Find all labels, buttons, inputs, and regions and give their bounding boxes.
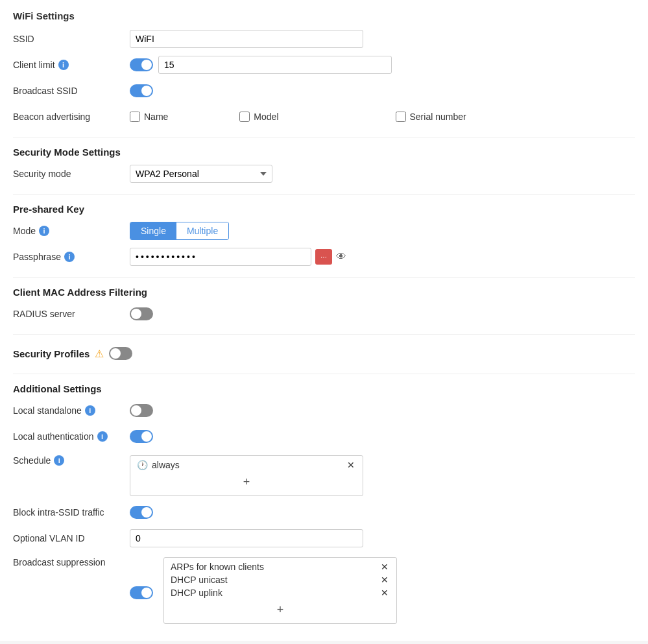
schedule-clock-icon: 🕐 — [137, 460, 148, 470]
suppression-item-0-text: ARPs for known clients — [171, 562, 264, 572]
local-standalone-info-icon[interactable]: i — [85, 405, 95, 416]
beacon-serial-checkbox[interactable] — [396, 112, 406, 122]
beacon-name-checkbox-group[interactable]: Name — [130, 112, 168, 122]
client-limit-value — [130, 56, 635, 74]
broadcast-ssid-toggle[interactable] — [130, 84, 153, 97]
divider-2 — [13, 194, 635, 195]
security-mode-label: Security mode — [13, 169, 130, 179]
block-intra-toggle[interactable] — [130, 506, 153, 519]
radius-row: RADIUS server — [13, 304, 635, 324]
beacon-model-checkbox[interactable] — [239, 112, 250, 122]
broadcast-suppression-value: ARPs for known clients ✕ DHCP unicast ✕ … — [130, 557, 635, 624]
schedule-item-text: always — [152, 460, 180, 470]
local-standalone-row: Local standalone i — [13, 401, 635, 420]
schedule-info-icon[interactable]: i — [54, 455, 64, 466]
divider-1 — [13, 137, 635, 137]
broadcast-suppression-label: Broadcast suppression — [13, 557, 130, 567]
security-mode-row: Security mode WPA2 Personal WPA3 Persona… — [13, 164, 635, 184]
schedule-item: 🕐 always ✕ — [137, 460, 356, 470]
page-title: WiFi Settings — [13, 10, 635, 21]
suppression-item-1-text: DHCP unicast — [171, 575, 228, 585]
security-profiles-row: Security Profiles ⚠ — [13, 344, 635, 363]
local-auth-label: Local authentication i — [13, 431, 130, 442]
schedule-label: Schedule i — [13, 455, 130, 466]
radius-value — [130, 307, 635, 320]
ssid-label: SSID — [13, 34, 130, 44]
mode-single-button[interactable]: Single — [130, 222, 176, 239]
preshared-mode-value: Single Multiple — [130, 222, 635, 240]
suppression-item-1-remove[interactable]: ✕ — [379, 575, 390, 585]
beacon-model-label: Model — [254, 112, 278, 122]
suppression-item-1: DHCP unicast ✕ — [171, 575, 390, 585]
passphrase-input[interactable] — [130, 248, 311, 266]
beacon-name-checkbox[interactable] — [130, 112, 140, 122]
local-auth-info-icon[interactable]: i — [97, 431, 108, 442]
local-auth-toggle[interactable] — [130, 430, 153, 443]
local-standalone-value — [130, 404, 635, 417]
eye-icon[interactable]: 👁 — [336, 251, 346, 263]
mode-multiple-button[interactable]: Multiple — [176, 222, 228, 239]
optional-vlan-row: Optional VLAN ID — [13, 529, 635, 548]
suppression-add-button[interactable]: + — [171, 601, 390, 619]
schedule-add-button[interactable]: + — [137, 473, 356, 492]
local-standalone-label: Local standalone i — [13, 405, 130, 416]
passphrase-info-icon[interactable]: i — [64, 252, 75, 262]
schedule-item-left: 🕐 always — [137, 460, 180, 470]
mode-button-group: Single Multiple — [130, 222, 229, 240]
block-intra-row: Block intra-SSID traffic — [13, 503, 635, 522]
suppression-box: ARPs for known clients ✕ DHCP unicast ✕ … — [163, 557, 397, 624]
suppression-item-2: DHCP uplink ✕ — [171, 588, 390, 598]
mac-filtering-title: Client MAC Address Filtering — [13, 287, 635, 298]
client-limit-row: Client limit i — [13, 55, 635, 75]
security-mode-section: Security Mode Settings Security mode WPA… — [13, 137, 635, 184]
security-profiles-title: Security Profiles — [13, 348, 90, 359]
local-standalone-toggle[interactable] — [130, 404, 153, 417]
schedule-remove-button[interactable]: ✕ — [346, 460, 356, 470]
security-mode-value: WPA2 Personal WPA3 Personal WPA2/WPA3 Pe… — [130, 165, 635, 183]
passphrase-value: ··· 👁 — [130, 248, 635, 266]
preshared-mode-row: Mode i Single Multiple — [13, 221, 635, 241]
schedule-value: 🕐 always ✕ + — [130, 455, 635, 496]
preshared-key-title: Pre-shared Key — [13, 204, 635, 215]
local-auth-value — [130, 430, 635, 443]
suppression-item-2-remove[interactable]: ✕ — [379, 588, 390, 598]
preshared-mode-label: Mode i — [13, 226, 130, 236]
schedule-row: Schedule i 🕐 always ✕ + — [13, 453, 635, 496]
security-mode-select[interactable]: WPA2 Personal WPA3 Personal WPA2/WPA3 Pe… — [130, 165, 272, 183]
beacon-model-checkbox-group[interactable]: Model — [239, 112, 278, 122]
passphrase-row: Passphrase i ··· 👁 — [13, 247, 635, 267]
radius-label: RADIUS server — [13, 309, 130, 319]
block-intra-label: Block intra-SSID traffic — [13, 507, 130, 518]
client-limit-toggle[interactable] — [130, 58, 153, 71]
optional-vlan-label: Optional VLAN ID — [13, 533, 130, 543]
optional-vlan-input[interactable] — [130, 529, 363, 547]
divider-4 — [13, 334, 635, 335]
additional-settings-section: Additional Settings Local standalone i L… — [13, 374, 635, 624]
divider-3 — [13, 277, 635, 278]
suppression-item-0: ARPs for known clients ✕ — [171, 562, 390, 572]
client-limit-info-icon[interactable]: i — [58, 60, 69, 70]
warning-icon: ⚠ — [95, 348, 104, 360]
mac-filtering-section: Client MAC Address Filtering RADIUS serv… — [13, 277, 635, 324]
beacon-serial-label: Serial number — [410, 112, 466, 122]
passphrase-dots-button[interactable]: ··· — [315, 249, 332, 265]
preshared-key-section: Pre-shared Key Mode i Single Multiple Pa… — [13, 194, 635, 267]
ssid-input[interactable] — [130, 30, 363, 48]
client-limit-input[interactable] — [158, 56, 392, 74]
dots-icon: ··· — [320, 252, 327, 261]
mode-info-icon[interactable]: i — [39, 226, 49, 236]
security-profiles-toggle[interactable] — [109, 347, 132, 360]
beacon-advertising-row: Beacon advertising Name Model Serial num… — [13, 107, 635, 126]
broadcast-ssid-value — [130, 84, 635, 97]
broadcast-suppression-row: Broadcast suppression ARPs for known cli… — [13, 555, 635, 624]
radius-toggle[interactable] — [130, 307, 153, 320]
broadcast-ssid-label: Broadcast SSID — [13, 86, 130, 96]
suppression-item-2-text: DHCP uplink — [171, 588, 222, 598]
schedule-box: 🕐 always ✕ + — [130, 455, 363, 496]
divider-5 — [13, 374, 635, 374]
beacon-serial-checkbox-group[interactable]: Serial number — [396, 112, 466, 122]
block-intra-value — [130, 506, 635, 519]
broadcast-suppression-toggle[interactable] — [130, 586, 153, 599]
suppression-item-0-remove[interactable]: ✕ — [379, 562, 390, 572]
beacon-advertising-value: Name Model Serial number — [130, 112, 635, 122]
